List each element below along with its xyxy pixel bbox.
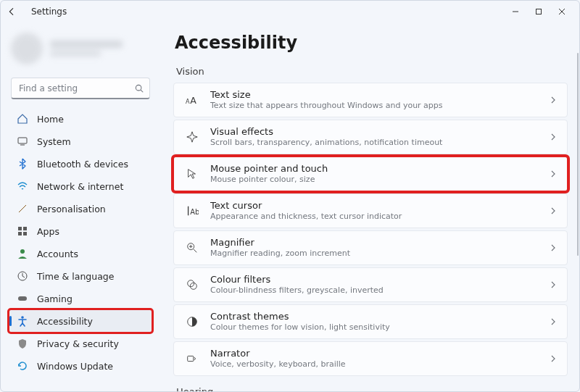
svg-rect-8 (18, 232, 22, 235)
card-subtitle: Appearance and thickness, text cursor in… (210, 212, 402, 222)
magnifier-icon (184, 241, 200, 254)
card-title: Narrator (210, 348, 346, 359)
sidebar-item-windows-update[interactable]: Windows Update (9, 355, 152, 377)
bluetooth-icon (17, 158, 28, 170)
card-title: Contrast themes (210, 311, 390, 322)
sidebar-item-apps[interactable]: Apps (9, 220, 152, 242)
sidebar-item-label: Accounts (37, 249, 78, 259)
svg-text:A: A (190, 95, 196, 106)
settings-window: Settings Home (0, 0, 580, 392)
search-icon (134, 83, 144, 93)
sidebar-item-time-language[interactable]: Time & language (9, 265, 152, 287)
sidebar-nav: Home System Bluetooth & devices Network … (9, 108, 152, 377)
card-contrast-themes[interactable]: Contrast themes Colour themes for low vi… (173, 304, 568, 339)
contrast-icon (184, 315, 200, 328)
minimize-button[interactable] (504, 1, 527, 22)
sidebar-item-label: System (37, 136, 71, 147)
chevron-right-icon (550, 170, 557, 178)
svg-rect-7 (23, 227, 27, 230)
system-icon (17, 135, 28, 147)
sidebar-item-label: Time & language (37, 271, 114, 282)
sidebar-item-accessibility[interactable]: Accessibility (9, 310, 152, 332)
svg-rect-12 (18, 296, 27, 301)
card-subtitle: Scroll bars, transparency, animations, n… (210, 138, 442, 148)
text-cursor-icon: Ab (184, 204, 200, 217)
sidebar-item-label: Network & internet (37, 181, 123, 192)
back-button[interactable] (7, 7, 21, 17)
update-icon (17, 360, 28, 372)
card-subtitle: Colour-blindness filters, greyscale, inv… (210, 285, 384, 296)
window-controls (504, 1, 573, 22)
card-title: Mouse pointer and touch (210, 163, 328, 175)
window-title: Settings (31, 7, 67, 17)
sidebar-item-label: Bluetooth & devices (37, 159, 128, 170)
chevron-right-icon (550, 207, 557, 214)
svg-point-2 (136, 85, 141, 91)
sidebar-item-gaming[interactable]: Gaming (9, 288, 152, 309)
card-magnifier[interactable]: Magnifier Magnifier reading, zoom increm… (173, 230, 568, 265)
svg-rect-1 (536, 9, 542, 14)
svg-point-10 (20, 249, 25, 254)
card-mouse-pointer-touch[interactable]: Mouse pointer and touch Mouse pointer co… (173, 157, 568, 191)
chevron-right-icon (550, 96, 557, 104)
svg-text:Ab: Ab (190, 208, 199, 216)
cursor-icon (184, 167, 200, 180)
card-subtitle: Magnifier reading, zoom increment (210, 249, 350, 259)
card-visual-effects[interactable]: Visual effects Scroll bars, transparency… (173, 120, 568, 154)
card-subtitle: Text size that appears throughout Window… (210, 101, 443, 111)
card-colour-filters[interactable]: Colour filters Colour-blindness filters,… (173, 267, 568, 302)
vision-cards: AA Text size Text size that appears thro… (173, 83, 568, 376)
sidebar-item-label: Privacy & security (37, 338, 119, 349)
chevron-right-icon (550, 281, 557, 288)
scrollbar-thumb[interactable] (577, 53, 579, 256)
chevron-right-icon (550, 355, 557, 362)
svg-point-13 (21, 316, 24, 319)
sidebar-item-bluetooth[interactable]: Bluetooth & devices (9, 153, 152, 175)
page-title: Accessibility (175, 33, 568, 53)
close-button[interactable] (550, 1, 573, 22)
sidebar-item-label: Gaming (37, 293, 72, 304)
sidebar-item-privacy[interactable]: Privacy & security (9, 333, 152, 354)
svg-rect-4 (18, 138, 27, 143)
wifi-icon (17, 180, 28, 192)
sidebar-item-network[interactable]: Network & internet (9, 175, 152, 197)
sidebar: Home System Bluetooth & devices Network … (1, 22, 159, 391)
home-icon (17, 113, 28, 125)
apps-icon (17, 225, 28, 237)
sidebar-item-accounts[interactable]: Accounts (9, 243, 152, 264)
scrollbar[interactable] (576, 22, 579, 391)
svg-text:A: A (186, 98, 190, 105)
card-subtitle: Mouse pointer colour, size (210, 175, 328, 185)
sidebar-item-home[interactable]: Home (9, 108, 152, 130)
accessibility-icon (17, 315, 28, 327)
user-profile[interactable] (9, 30, 152, 73)
card-text-size[interactable]: AA Text size Text size that appears thro… (173, 83, 568, 117)
sidebar-item-label: Apps (37, 226, 59, 237)
text-size-icon: AA (184, 93, 200, 107)
card-text-cursor[interactable]: Ab Text cursor Appearance and thickness,… (173, 193, 568, 228)
sidebar-item-label: Personalisation (37, 204, 106, 214)
person-icon (17, 248, 28, 259)
section-hearing-label: Hearing (176, 386, 568, 391)
search-input[interactable] (11, 78, 150, 99)
svg-point-23 (190, 283, 196, 289)
search-box[interactable] (11, 78, 150, 99)
maximize-button[interactable] (527, 1, 550, 22)
svg-rect-9 (23, 232, 27, 235)
card-subtitle: Voice, verbosity, keyboard, braille (210, 359, 346, 370)
sidebar-item-label: Windows Update (37, 361, 113, 372)
clock-icon (17, 270, 28, 282)
narrator-icon (184, 352, 200, 365)
sidebar-item-label: Home (37, 114, 64, 125)
chevron-right-icon (550, 318, 557, 325)
sidebar-item-system[interactable]: System (9, 130, 152, 152)
chevron-right-icon (550, 244, 557, 251)
card-title: Text cursor (210, 200, 402, 212)
svg-point-22 (188, 280, 194, 287)
avatar (11, 33, 43, 64)
svg-line-19 (194, 249, 197, 253)
card-subtitle: Colour themes for low vision, light sens… (210, 322, 390, 333)
svg-rect-25 (188, 356, 194, 361)
card-narrator[interactable]: Narrator Voice, verbosity, keyboard, bra… (173, 341, 568, 376)
sidebar-item-personalisation[interactable]: Personalisation (9, 198, 152, 220)
